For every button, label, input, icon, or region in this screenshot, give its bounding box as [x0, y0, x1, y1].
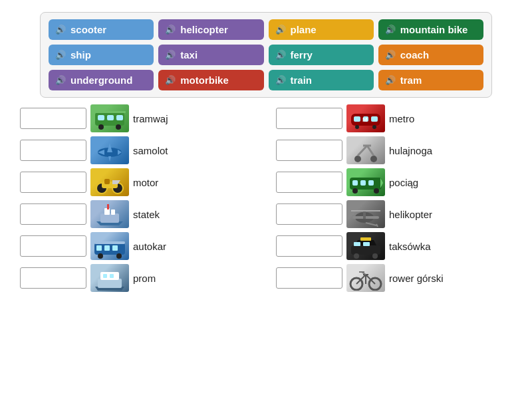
word-tile-mountain-bike[interactable]: 🔊mountain bike [378, 19, 483, 40]
svg-line-22 [367, 146, 374, 156]
svg-text:M: M [362, 116, 368, 123]
svg-rect-57 [363, 242, 370, 246]
vehicle-label-statek: statek [133, 209, 160, 220]
answer-box-right-1[interactable] [276, 140, 342, 161]
svg-point-12 [372, 125, 376, 129]
vehicle-image-pociąg [346, 168, 385, 196]
vehicle-label-motor: motor [133, 177, 158, 188]
word-tile-tram[interactable]: 🔊tram [378, 70, 483, 90]
word-tile-label: train [291, 74, 313, 86]
svg-point-59 [372, 253, 378, 259]
vehicle-label-metro: metro [389, 113, 414, 124]
word-tile-ferry[interactable]: 🔊ferry [269, 45, 374, 65]
svg-rect-31 [360, 180, 366, 186]
match-row-right-2: pociąg [276, 168, 512, 196]
speaker-icon: 🔊 [55, 75, 66, 85]
vehicle-label-tramwaj: tramwaj [133, 113, 168, 124]
match-row-right-1: hulajnoga [276, 136, 512, 164]
vehicle-label-prom: prom [133, 273, 156, 284]
svg-point-19 [354, 156, 361, 162]
word-tile-label: coach [400, 49, 429, 61]
svg-rect-37 [100, 213, 119, 223]
match-row-left-1: samolot [20, 136, 256, 164]
speaker-icon: 🔊 [385, 25, 396, 35]
match-area: tramwajMmetrosamolothulajnogamotorpociąg… [20, 104, 512, 292]
vehicle-label-pociąg: pociąg [389, 177, 418, 188]
svg-rect-3 [116, 115, 123, 120]
svg-rect-27 [104, 179, 110, 184]
svg-rect-60 [360, 237, 371, 241]
answer-box-left-2[interactable] [20, 172, 86, 193]
svg-rect-48 [96, 245, 102, 251]
speaker-icon: 🔊 [385, 75, 396, 85]
word-tile-underground[interactable]: 🔊underground [49, 70, 154, 90]
svg-point-34 [374, 188, 379, 194]
svg-rect-10 [371, 116, 378, 122]
svg-point-5 [116, 124, 121, 130]
vehicle-image-rower górski [346, 264, 385, 292]
svg-rect-32 [368, 180, 374, 186]
svg-rect-43 [363, 211, 366, 219]
vehicle-image-helikopter [346, 200, 385, 228]
answer-box-right-3[interactable] [276, 203, 342, 225]
svg-line-45 [366, 223, 376, 225]
answer-box-left-0[interactable] [20, 108, 86, 129]
svg-line-69 [366, 275, 375, 284]
match-row-right-5: rower górski [276, 264, 512, 292]
svg-point-11 [355, 125, 359, 129]
word-tile-ship[interactable]: 🔊ship [49, 45, 154, 65]
vehicle-label-hulajnoga: hulajnoga [389, 145, 432, 156]
svg-rect-65 [110, 274, 114, 278]
word-tile-label: motorbike [180, 74, 229, 86]
word-tile-motorbike[interactable]: 🔊motorbike [158, 70, 263, 90]
svg-rect-8 [354, 116, 360, 122]
word-tile-label: helicopter [180, 24, 228, 35]
answer-box-right-0[interactable] [276, 108, 342, 129]
word-bank: 🔊scooter🔊helicopter🔊plane🔊mountain bike🔊… [40, 12, 492, 98]
match-row-left-2: motor [20, 168, 256, 196]
svg-marker-18 [108, 156, 111, 162]
match-row-left-4: autokar [20, 232, 256, 260]
answer-box-left-3[interactable] [20, 203, 86, 225]
answer-box-right-2[interactable] [276, 172, 342, 193]
answer-box-left-5[interactable] [20, 267, 86, 289]
answer-box-left-1[interactable] [20, 140, 86, 161]
speaker-icon: 🔊 [55, 50, 66, 60]
word-tile-scooter[interactable]: 🔊scooter [49, 19, 154, 40]
match-row-left-0: tramwaj [20, 104, 256, 132]
svg-rect-39 [111, 209, 115, 215]
svg-marker-15 [107, 143, 112, 152]
svg-point-52 [116, 253, 122, 259]
word-tile-taxi[interactable]: 🔊taxi [158, 45, 263, 65]
svg-rect-30 [352, 180, 358, 186]
match-row-right-3: helikopter [276, 200, 512, 228]
answer-box-right-4[interactable] [276, 235, 342, 257]
speaker-icon: 🔊 [275, 25, 286, 35]
svg-rect-56 [354, 242, 360, 246]
vehicle-image-tramwaj [90, 104, 129, 132]
word-tile-helicopter[interactable]: 🔊helicopter [158, 19, 263, 40]
svg-rect-50 [112, 245, 118, 251]
vehicle-image-taksówka [346, 232, 385, 260]
vehicle-image-statek [90, 200, 129, 228]
answer-box-right-5[interactable] [276, 267, 342, 289]
speaker-icon: 🔊 [55, 25, 66, 35]
word-tile-plane[interactable]: 🔊plane [269, 19, 374, 40]
vehicle-label-samolot: samolot [133, 145, 168, 156]
svg-rect-6 [94, 111, 126, 113]
svg-line-68 [356, 275, 366, 284]
answer-box-left-4[interactable] [20, 235, 86, 257]
vehicle-label-taksówka: taksówka [389, 241, 431, 252]
word-tile-label: mountain bike [400, 24, 468, 35]
vehicle-label-rower górski: rower górski [389, 273, 444, 284]
speaker-icon: 🔊 [275, 75, 286, 85]
svg-rect-1 [98, 115, 104, 120]
svg-rect-54 [351, 245, 380, 255]
vehicle-image-metro: M [346, 104, 385, 132]
word-tile-label: scooter [70, 24, 106, 35]
word-tile-label: tram [400, 74, 422, 86]
match-row-left-5: prom [20, 264, 256, 292]
word-tile-coach[interactable]: 🔊coach [378, 45, 483, 65]
word-tile-train[interactable]: 🔊train [269, 70, 374, 90]
vehicle-label-helikopter: helikopter [389, 209, 432, 220]
